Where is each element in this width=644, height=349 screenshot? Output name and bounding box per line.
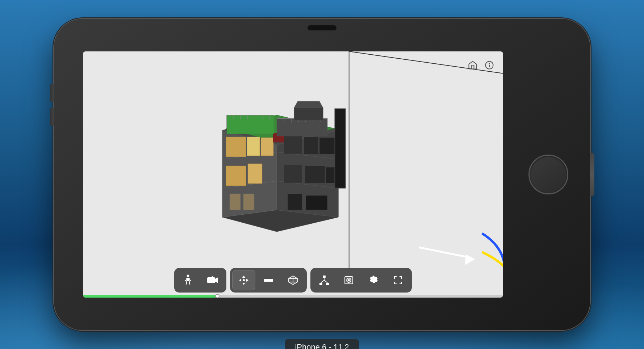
home-icon[interactable] [466, 59, 479, 72]
transform-group [230, 268, 307, 293]
svg-marker-53 [294, 101, 323, 108]
svg-rect-23 [284, 165, 302, 183]
info-icon[interactable] [483, 59, 496, 72]
svg-rect-24 [305, 166, 325, 183]
svg-point-83 [348, 279, 350, 281]
svg-rect-34 [335, 109, 345, 188]
svg-marker-63 [239, 279, 241, 282]
svg-rect-28 [261, 138, 273, 156]
svg-rect-26 [226, 137, 246, 157]
svg-rect-27 [247, 137, 260, 156]
camera-button[interactable] [201, 270, 224, 290]
object-button[interactable] [281, 270, 305, 290]
svg-rect-25 [326, 167, 336, 183]
volume-down-button [50, 108, 54, 126]
svg-rect-77 [326, 283, 329, 285]
svg-rect-76 [319, 283, 322, 285]
screen-top-icons [466, 59, 496, 72]
svg-rect-31 [319, 138, 336, 154]
building-model [204, 72, 356, 248]
expand-button[interactable] [386, 270, 410, 290]
svg-rect-17 [230, 194, 241, 210]
measure-button[interactable] [257, 270, 280, 290]
person-button[interactable] [176, 270, 200, 290]
svg-rect-75 [323, 276, 326, 278]
svg-marker-61 [242, 276, 245, 278]
device-label: iPhone 6 - 11.2 [285, 339, 359, 349]
svg-marker-60 [211, 276, 213, 277]
svg-rect-22 [248, 164, 262, 184]
iphone-device: iPhone 6 - 11.2 [54, 19, 590, 330]
bottom-toolbar [83, 268, 503, 293]
progress-fill [83, 295, 217, 298]
svg-marker-59 [215, 277, 218, 283]
navigation-group [174, 268, 226, 293]
tools-group [310, 268, 412, 293]
svg-point-57 [187, 275, 189, 277]
left-side-buttons [50, 84, 54, 126]
settings-button[interactable] [362, 270, 385, 290]
svg-line-79 [321, 280, 324, 283]
home-button[interactable] [528, 155, 568, 194]
svg-rect-19 [288, 194, 302, 210]
move-button[interactable] [232, 270, 255, 290]
progress-thumb[interactable] [215, 294, 219, 298]
svg-rect-18 [243, 194, 254, 210]
progress-bar[interactable] [83, 295, 503, 298]
network-button[interactable] [313, 270, 336, 290]
svg-rect-20 [306, 195, 327, 210]
svg-rect-58 [207, 277, 215, 283]
svg-point-65 [243, 279, 245, 281]
svg-rect-30 [304, 137, 318, 154]
svg-rect-52 [294, 108, 323, 121]
layers-button[interactable] [337, 270, 360, 290]
svg-marker-64 [246, 279, 248, 282]
volume-up-button [50, 84, 54, 102]
svg-rect-66 [264, 279, 273, 282]
iphone-top-notch [308, 25, 336, 30]
svg-rect-35 [227, 115, 274, 134]
svg-rect-21 [226, 166, 246, 186]
svg-line-80 [324, 280, 327, 283]
svg-rect-29 [284, 136, 302, 154]
building-3d-view[interactable] [83, 51, 503, 269]
svg-marker-62 [242, 283, 245, 285]
svg-line-4 [419, 247, 466, 257]
svg-marker-5 [465, 255, 475, 265]
iphone-screen [83, 51, 503, 298]
